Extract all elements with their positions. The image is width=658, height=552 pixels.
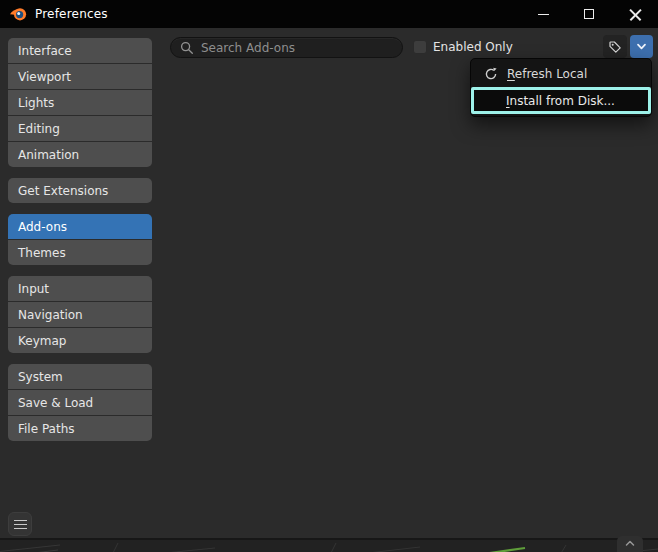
search-field[interactable]: [170, 37, 403, 58]
minimize-icon: [538, 14, 549, 15]
window-title: Preferences: [35, 7, 108, 21]
sidebar-item-animation[interactable]: Animation: [8, 142, 152, 167]
enabled-only-label: Enabled Only: [433, 40, 513, 54]
titlebar: Preferences: [0, 0, 658, 28]
minimize-button[interactable]: [520, 0, 566, 28]
sidebar-item-navigation[interactable]: Navigation: [8, 302, 152, 327]
sidebar-group-system: System Save & Load File Paths: [8, 364, 152, 441]
viewport-grid-lines: [0, 543, 658, 552]
sidebar-item-file-paths[interactable]: File Paths: [8, 416, 152, 441]
y-axis-green-line: [483, 548, 525, 552]
sidebar-item-themes[interactable]: Themes: [8, 240, 152, 265]
background-viewport-strip: [0, 540, 658, 552]
maximize-button[interactable]: [566, 0, 612, 28]
menu-item-label: Install from Disk...: [506, 94, 615, 108]
sidebar-item-viewport[interactable]: Viewport: [8, 64, 152, 89]
sidebar-item-interface[interactable]: Interface: [8, 38, 152, 63]
sidebar-group-general: Interface Viewport Lights Editing Animat…: [8, 38, 152, 167]
sidebar-item-keymap[interactable]: Keymap: [8, 328, 152, 353]
expand-panel-tab[interactable]: [617, 536, 643, 552]
sidebar-item-lights[interactable]: Lights: [8, 90, 152, 115]
sidebar-item-editing[interactable]: Editing: [8, 116, 152, 141]
sidebar-item-get-extensions[interactable]: Get Extensions: [8, 178, 152, 203]
close-button[interactable]: [612, 0, 658, 28]
sidebar-item-input[interactable]: Input: [8, 276, 152, 301]
window-controls: [520, 0, 658, 28]
enabled-only-checkbox[interactable]: [413, 40, 427, 54]
refresh-icon: [484, 67, 498, 81]
blender-logo-icon: [9, 5, 27, 23]
hamburger-icon: [14, 520, 27, 529]
sidebar-group-addons-themes: Add-ons Themes: [8, 214, 152, 265]
sidebar-item-save-load[interactable]: Save & Load: [8, 390, 152, 415]
menu-item-install-from-disk[interactable]: Install from Disk...: [474, 90, 648, 111]
menu-highlight-box: Install from Disk...: [471, 87, 651, 114]
sidebar-group-input: Input Navigation Keymap: [8, 276, 152, 353]
tag-icon: [608, 40, 622, 54]
menu-item-label: Refresh Local: [507, 67, 587, 81]
search-input[interactable]: [201, 41, 381, 55]
addons-dropdown-button[interactable]: [630, 35, 653, 58]
addons-dropdown-menu: Refresh Local Install from Disk...: [470, 58, 652, 117]
filter-tags-button[interactable]: [603, 35, 627, 58]
preferences-content: Interface Viewport Lights Editing Animat…: [0, 28, 658, 538]
close-icon: [629, 8, 642, 21]
search-icon: [180, 41, 194, 55]
chevron-up-icon: [623, 538, 637, 548]
sidebar: Interface Viewport Lights Editing Animat…: [8, 38, 152, 452]
chevron-down-icon: [634, 39, 649, 54]
menu-item-refresh-local[interactable]: Refresh Local: [471, 61, 651, 87]
sidebar-item-addons[interactable]: Add-ons: [8, 214, 152, 239]
sidebar-item-system[interactable]: System: [8, 364, 152, 389]
editor-menu-button[interactable]: [8, 512, 32, 536]
maximize-icon: [584, 9, 594, 19]
sidebar-group-extensions: Get Extensions: [8, 178, 152, 203]
preferences-window: Preferences Interface Viewport Lights Ed…: [0, 0, 658, 540]
